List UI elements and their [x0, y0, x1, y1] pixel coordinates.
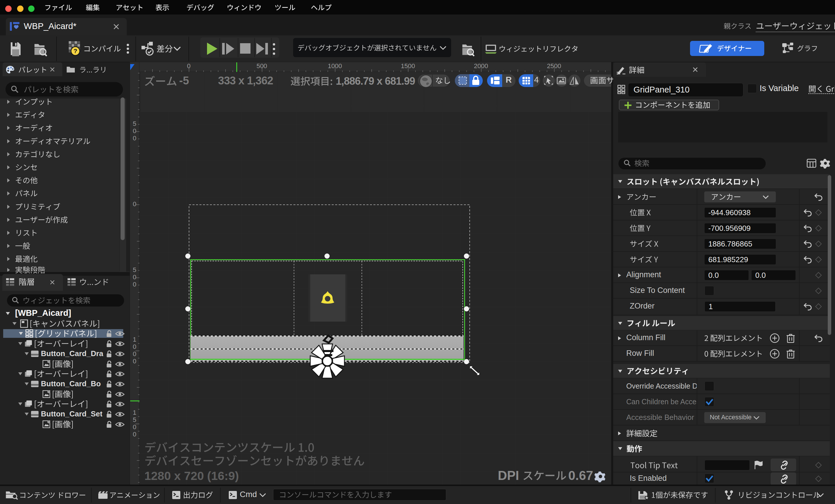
svg-text:?: ?	[74, 47, 77, 54]
